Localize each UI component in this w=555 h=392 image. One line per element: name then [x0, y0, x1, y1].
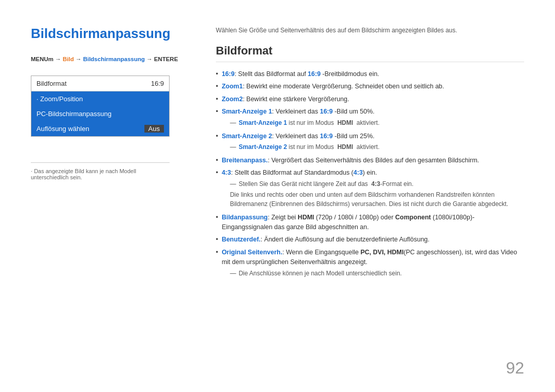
list-item: Bildanpassung: Zeigt bei HDMI (720p / 10…: [216, 213, 524, 233]
sub-note: Die Anschlüsse können je nach Modell unt…: [230, 269, 524, 278]
menu-bild: Bild: [63, 56, 74, 62]
list-item: 16:9: Stellt das Bildformat auf 16:9 -Br…: [216, 69, 524, 79]
right-panel: Wählen Sie Größe und Seitenverhältnis de…: [206, 26, 524, 371]
sub-note: Smart-Anzeige 1 ist nur im Modus HDMI ak…: [230, 118, 379, 127]
list-item: Benutzerdef.: Ändert die Auflösung auf d…: [216, 235, 524, 245]
menu-item-aufloesung[interactable]: Auflösung wählen Aus: [31, 121, 169, 136]
list-item: 4:3: Stellt das Bildformat auf Standardm…: [216, 168, 524, 210]
sub-note: Smart-Anzeige 2 ist nur im Modus HDMI ak…: [230, 142, 379, 152]
menu-item-value: Aus: [144, 125, 164, 133]
content-list: 16:9: Stellt das Bildformat auf 16:9 -Br…: [216, 69, 524, 279]
left-panel: Bildschirmanpassung MENUm → Bild → Bilds…: [31, 26, 206, 371]
list-item: Smart-Anzeige 2: Verkleinert das 16:9 -B…: [216, 132, 524, 153]
page-title: Bildschirmanpassung: [31, 26, 190, 42]
intro-text: Wählen Sie Größe und Seitenverhältnis de…: [216, 26, 524, 35]
sub-note-indent: Die links und rechts oder oben und unten…: [230, 190, 524, 209]
menu-item-label: · Zoom/Position: [36, 95, 83, 103]
menu-box: Bildformat 16:9 · Zoom/Position PC-Bilds…: [31, 76, 170, 137]
footnote: · Das angezeigte Bild kann je nach Model…: [31, 162, 170, 180]
menu-item-label: Bildformat: [36, 80, 67, 87]
list-item: Breitenanpass.: Vergrößert das Seitenver…: [216, 156, 524, 165]
sub-note: Stellen Sie das Gerät nicht längere Zeit…: [230, 179, 524, 189]
list-item: Zoom1: Bewirkt eine moderate Vergrößerun…: [216, 82, 524, 91]
page-number: 92: [506, 359, 524, 378]
menu-item-pc[interactable]: PC-Bildschirmanpassung: [31, 106, 169, 121]
section-title: Bildformat: [216, 44, 524, 62]
footnote-text: Das angezeigte Bild kann je nach Modell …: [31, 168, 136, 180]
menu-item-label: Auflösung wählen: [36, 125, 89, 133]
menu-item-zoom[interactable]: · Zoom/Position: [31, 91, 169, 106]
list-item: Smart-Anzeige 1: Verkleinert das 16:9 -B…: [216, 107, 524, 128]
menu-prefix: MENUm: [31, 56, 53, 62]
list-item: Original Seitenverh.: Wenn die Eingangsq…: [216, 248, 524, 279]
menu-item-label: PC-Bildschirmanpassung: [36, 110, 112, 118]
menu-path: MENUm → Bild → Bildschirmanpassung → ENT…: [31, 56, 190, 62]
menu-item-bildformat[interactable]: Bildformat 16:9: [31, 76, 169, 91]
list-item: Zoom2: Bewirkt eine stärkere Vergrößerun…: [216, 95, 524, 104]
menu-item-value: 16:9: [151, 80, 164, 87]
menu-link: Bildschirmanpassung: [83, 56, 145, 62]
